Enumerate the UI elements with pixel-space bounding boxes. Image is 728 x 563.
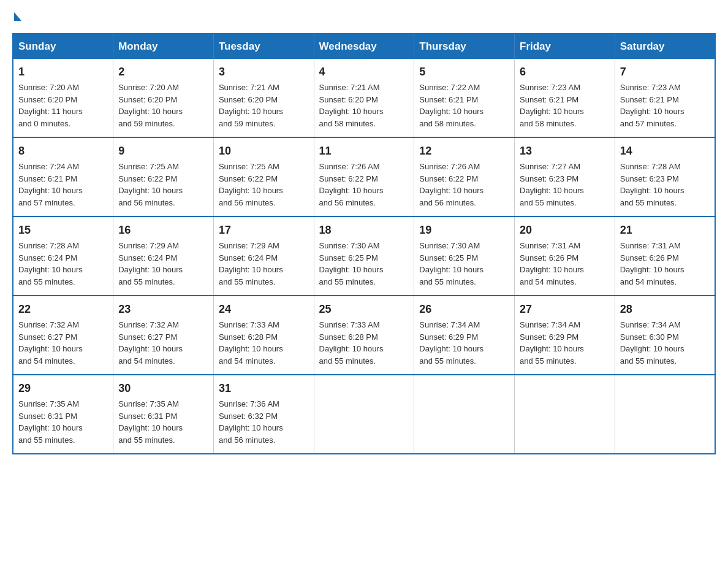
day-info: Sunrise: 7:23 AMSunset: 6:21 PMDaylight:… (520, 82, 610, 129)
day-number: 4 (319, 64, 409, 80)
day-number: 26 (419, 301, 509, 318)
day-info: Sunrise: 7:35 AMSunset: 6:31 PMDaylight:… (118, 398, 208, 446)
calendar-day-4: 4Sunrise: 7:21 AMSunset: 6:20 PMDaylight… (314, 59, 414, 137)
calendar-day-2: 2Sunrise: 7:20 AMSunset: 6:20 PMDaylight… (113, 59, 214, 137)
day-number: 23 (118, 301, 208, 318)
calendar-week-4: 22Sunrise: 7:32 AMSunset: 6:27 PMDayligh… (13, 296, 715, 375)
calendar-day-20: 20Sunrise: 7:31 AMSunset: 6:26 PMDayligh… (515, 216, 615, 296)
day-number: 11 (319, 143, 409, 159)
calendar-day-26: 26Sunrise: 7:34 AMSunset: 6:29 PMDayligh… (414, 296, 515, 375)
day-info: Sunrise: 7:20 AMSunset: 6:20 PMDaylight:… (118, 82, 208, 129)
day-number: 10 (219, 143, 309, 159)
day-number: 27 (520, 301, 610, 318)
calendar-day-24: 24Sunrise: 7:33 AMSunset: 6:28 PMDayligh… (213, 296, 314, 375)
day-number: 25 (319, 301, 409, 318)
calendar-day-3: 3Sunrise: 7:21 AMSunset: 6:20 PMDaylight… (213, 59, 314, 137)
day-info: Sunrise: 7:20 AMSunset: 6:20 PMDaylight:… (18, 82, 108, 129)
day-info: Sunrise: 7:27 AMSunset: 6:23 PMDaylight:… (520, 161, 610, 209)
calendar-day-25: 25Sunrise: 7:33 AMSunset: 6:28 PMDayligh… (314, 296, 414, 375)
calendar-day-27: 27Sunrise: 7:34 AMSunset: 6:29 PMDayligh… (515, 296, 615, 375)
weekday-header-friday: Friday (515, 34, 615, 59)
calendar-day-11: 11Sunrise: 7:26 AMSunset: 6:22 PMDayligh… (314, 137, 414, 216)
day-info: Sunrise: 7:32 AMSunset: 6:27 PMDaylight:… (18, 319, 108, 367)
day-info: Sunrise: 7:34 AMSunset: 6:29 PMDaylight:… (419, 319, 509, 367)
day-info: Sunrise: 7:34 AMSunset: 6:30 PMDaylight:… (620, 319, 710, 367)
day-info: Sunrise: 7:30 AMSunset: 6:25 PMDaylight:… (419, 240, 509, 288)
weekday-header-thursday: Thursday (414, 34, 515, 59)
day-number: 22 (18, 301, 108, 318)
weekday-header-tuesday: Tuesday (213, 34, 314, 59)
day-number: 31 (219, 380, 309, 397)
day-number: 28 (620, 301, 710, 318)
day-number: 24 (219, 301, 309, 318)
day-number: 1 (18, 64, 108, 80)
calendar-day-7: 7Sunrise: 7:23 AMSunset: 6:21 PMDaylight… (615, 59, 715, 137)
calendar-day-28: 28Sunrise: 7:34 AMSunset: 6:30 PMDayligh… (615, 296, 715, 375)
page-header (12, 12, 716, 21)
day-info: Sunrise: 7:29 AMSunset: 6:24 PMDaylight:… (219, 240, 309, 288)
day-info: Sunrise: 7:26 AMSunset: 6:22 PMDaylight:… (319, 161, 409, 209)
calendar-day-29: 29Sunrise: 7:35 AMSunset: 6:31 PMDayligh… (13, 375, 113, 454)
day-number: 2 (118, 64, 208, 80)
logo-arrow-icon (14, 12, 21, 21)
day-info: Sunrise: 7:24 AMSunset: 6:21 PMDaylight:… (18, 161, 108, 209)
calendar-day-9: 9Sunrise: 7:25 AMSunset: 6:22 PMDaylight… (113, 137, 214, 216)
day-info: Sunrise: 7:28 AMSunset: 6:23 PMDaylight:… (620, 161, 710, 209)
day-info: Sunrise: 7:21 AMSunset: 6:20 PMDaylight:… (219, 82, 309, 129)
calendar-day-18: 18Sunrise: 7:30 AMSunset: 6:25 PMDayligh… (314, 216, 414, 296)
day-info: Sunrise: 7:35 AMSunset: 6:31 PMDaylight:… (18, 398, 108, 446)
calendar-day-23: 23Sunrise: 7:32 AMSunset: 6:27 PMDayligh… (113, 296, 214, 375)
calendar-day-15: 15Sunrise: 7:28 AMSunset: 6:24 PMDayligh… (13, 216, 113, 296)
day-info: Sunrise: 7:29 AMSunset: 6:24 PMDaylight:… (118, 240, 208, 288)
day-info: Sunrise: 7:33 AMSunset: 6:28 PMDaylight:… (219, 319, 309, 367)
calendar-day-14: 14Sunrise: 7:28 AMSunset: 6:23 PMDayligh… (615, 137, 715, 216)
day-number: 21 (620, 222, 710, 239)
calendar-day-22: 22Sunrise: 7:32 AMSunset: 6:27 PMDayligh… (13, 296, 113, 375)
empty-cell (314, 375, 414, 454)
day-number: 30 (118, 380, 208, 397)
day-number: 12 (419, 143, 509, 159)
calendar-day-31: 31Sunrise: 7:36 AMSunset: 6:32 PMDayligh… (213, 375, 314, 454)
calendar-day-19: 19Sunrise: 7:30 AMSunset: 6:25 PMDayligh… (414, 216, 515, 296)
day-number: 16 (118, 222, 208, 239)
day-number: 3 (219, 64, 309, 80)
calendar-day-1: 1Sunrise: 7:20 AMSunset: 6:20 PMDaylight… (13, 59, 113, 137)
day-number: 6 (520, 64, 610, 80)
empty-cell (414, 375, 515, 454)
weekday-header-row: SundayMondayTuesdayWednesdayThursdayFrid… (13, 34, 715, 59)
day-number: 17 (219, 222, 309, 239)
day-info: Sunrise: 7:23 AMSunset: 6:21 PMDaylight:… (620, 82, 710, 129)
day-number: 8 (18, 143, 108, 159)
calendar-table: SundayMondayTuesdayWednesdayThursdayFrid… (12, 33, 716, 454)
day-info: Sunrise: 7:21 AMSunset: 6:20 PMDaylight:… (319, 82, 409, 129)
day-number: 19 (419, 222, 509, 239)
day-info: Sunrise: 7:25 AMSunset: 6:22 PMDaylight:… (219, 161, 309, 209)
calendar-day-8: 8Sunrise: 7:24 AMSunset: 6:21 PMDaylight… (13, 137, 113, 216)
day-info: Sunrise: 7:36 AMSunset: 6:32 PMDaylight:… (219, 398, 309, 446)
calendar-day-5: 5Sunrise: 7:22 AMSunset: 6:21 PMDaylight… (414, 59, 515, 137)
calendar-day-6: 6Sunrise: 7:23 AMSunset: 6:21 PMDaylight… (515, 59, 615, 137)
day-number: 29 (18, 380, 108, 397)
day-number: 7 (620, 64, 710, 80)
calendar-day-21: 21Sunrise: 7:31 AMSunset: 6:26 PMDayligh… (615, 216, 715, 296)
day-info: Sunrise: 7:31 AMSunset: 6:26 PMDaylight:… (520, 240, 610, 288)
day-info: Sunrise: 7:22 AMSunset: 6:21 PMDaylight:… (419, 82, 509, 129)
logo-line1 (12, 12, 21, 21)
weekday-header-saturday: Saturday (615, 34, 715, 59)
day-info: Sunrise: 7:33 AMSunset: 6:28 PMDaylight:… (319, 319, 409, 367)
day-number: 9 (118, 143, 208, 159)
day-number: 18 (319, 222, 409, 239)
day-info: Sunrise: 7:25 AMSunset: 6:22 PMDaylight:… (118, 161, 208, 209)
day-number: 14 (620, 143, 710, 159)
calendar-day-12: 12Sunrise: 7:26 AMSunset: 6:22 PMDayligh… (414, 137, 515, 216)
calendar-day-17: 17Sunrise: 7:29 AMSunset: 6:24 PMDayligh… (213, 216, 314, 296)
day-number: 5 (419, 64, 509, 80)
day-info: Sunrise: 7:28 AMSunset: 6:24 PMDaylight:… (18, 240, 108, 288)
calendar-week-5: 29Sunrise: 7:35 AMSunset: 6:31 PMDayligh… (13, 375, 715, 454)
day-info: Sunrise: 7:32 AMSunset: 6:27 PMDaylight:… (118, 319, 208, 367)
day-info: Sunrise: 7:34 AMSunset: 6:29 PMDaylight:… (520, 319, 610, 367)
calendar-week-2: 8Sunrise: 7:24 AMSunset: 6:21 PMDaylight… (13, 137, 715, 216)
day-info: Sunrise: 7:30 AMSunset: 6:25 PMDaylight:… (319, 240, 409, 288)
calendar-day-13: 13Sunrise: 7:27 AMSunset: 6:23 PMDayligh… (515, 137, 615, 216)
weekday-header-sunday: Sunday (13, 34, 113, 59)
